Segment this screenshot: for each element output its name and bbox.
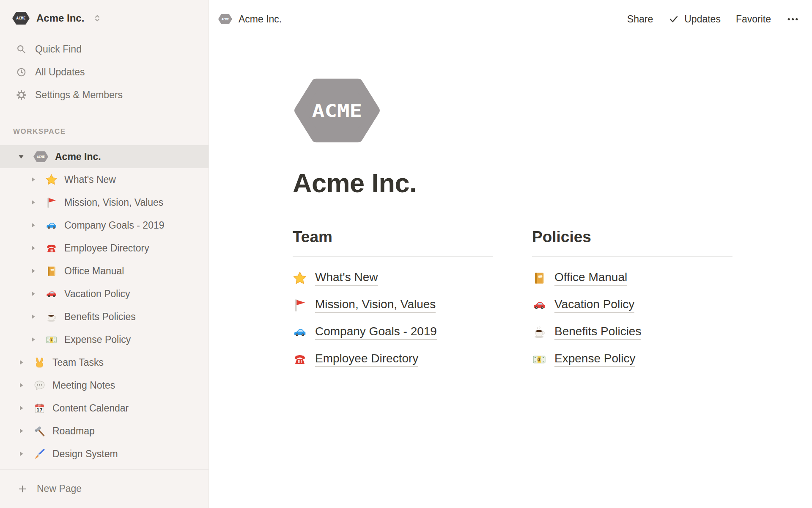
- caret-down-icon[interactable]: [16, 152, 26, 162]
- caret-right-icon[interactable]: [28, 220, 38, 230]
- share-label: Share: [627, 14, 653, 25]
- page-link-benefits-policies: Benefits Policies: [532, 319, 732, 346]
- sidebar-item-quick-find[interactable]: Quick Find: [0, 38, 208, 61]
- plus-icon: [17, 483, 28, 494]
- sidebar-page-benefits-policies[interactable]: Benefits Policies: [0, 305, 208, 328]
- page-link-expense-policy: $ Expense Policy: [532, 346, 732, 373]
- paintbrush-icon: [33, 448, 46, 460]
- caret-right-icon[interactable]: [16, 426, 26, 436]
- acme-badge-icon: ACME: [33, 151, 48, 163]
- sidebar-page-label: Vacation Policy: [64, 288, 130, 300]
- main-area: ACME Acme Inc. ShareUpdatesFavorite ACME…: [209, 0, 812, 508]
- workspace-switch-icon[interactable]: [92, 13, 103, 24]
- page-link-label[interactable]: Mission, Vision, Values: [315, 298, 436, 313]
- sidebar-page-team-tasks[interactable]: Team Tasks: [0, 351, 208, 374]
- sidebar-page-label: Team Tasks: [52, 357, 104, 368]
- sidebar-page-content-calendar[interactable]: JUL17 Content Calendar: [0, 397, 208, 420]
- calendar-icon: JUL17: [33, 402, 46, 414]
- car-red-icon: [532, 298, 546, 312]
- ellipsis-icon: [786, 13, 799, 26]
- workspace-logo-icon: ACME: [12, 11, 30, 25]
- workspace-switcher[interactable]: ACME Acme Inc.: [0, 0, 208, 33]
- caret-right-icon[interactable]: [28, 197, 38, 207]
- page-link-label[interactable]: Company Goals - 2019: [315, 325, 437, 340]
- caret-right-icon[interactable]: [28, 312, 38, 322]
- star-icon: [45, 174, 58, 186]
- breadcrumb-label: Acme Inc.: [239, 14, 282, 25]
- page-logo-icon[interactable]: ACME: [293, 77, 381, 144]
- sidebar-footer: New Page: [0, 469, 208, 508]
- caret-right-icon[interactable]: [16, 403, 26, 413]
- sidebar-page-acme-inc[interactable]: ACME Acme Inc.: [0, 145, 208, 168]
- svg-text:JUL: JUL: [38, 405, 41, 406]
- page-link-label[interactable]: Benefits Policies: [554, 325, 641, 340]
- phone-icon: [45, 242, 58, 254]
- check-icon: [668, 14, 679, 25]
- page-link-company-goals-2019: Company Goals - 2019: [293, 319, 493, 346]
- page-link-what-s-new: What's New: [293, 265, 493, 292]
- section-link-list: What's New Mission, Vision, Values Compa…: [293, 265, 493, 373]
- sidebar-page-employee-directory[interactable]: Employee Directory: [0, 237, 208, 260]
- sidebar-page-tree: ACME Acme Inc. What's New Mission, Visio…: [0, 145, 208, 465]
- sidebar-page-mission-vision-values[interactable]: Mission, Vision, Values: [0, 191, 208, 214]
- new-page-label: New Page: [37, 483, 82, 494]
- sidebar-item-settings-members[interactable]: Settings & Members: [0, 83, 208, 106]
- sidebar-page-roadmap[interactable]: Roadmap: [0, 420, 208, 442]
- section-policies: Policies Office Manual Vacation Policy B…: [532, 228, 732, 373]
- sidebar-page-vacation-policy[interactable]: Vacation Policy: [0, 282, 208, 305]
- coffee-icon: [45, 311, 58, 323]
- updates-button[interactable]: Updates: [668, 14, 721, 25]
- sidebar-page-label: Employee Directory: [64, 243, 149, 254]
- workspace-section-label: WORKSPACE: [0, 127, 208, 136]
- flag-icon: [45, 196, 58, 209]
- sidebar-page-label: Content Calendar: [52, 403, 129, 414]
- page-link-vacation-policy: Vacation Policy: [532, 292, 732, 319]
- search-icon: [16, 44, 27, 55]
- car-blue-icon: [293, 325, 307, 340]
- sidebar-page-label: Expense Policy: [64, 334, 131, 345]
- victory-hand-icon: [33, 356, 46, 369]
- sidebar-item-label: Quick Find: [35, 44, 82, 55]
- sidebar-page-label: What's New: [64, 174, 116, 185]
- page-link-label[interactable]: What's New: [315, 271, 378, 286]
- sidebar-page-label: Benefits Policies: [64, 311, 136, 323]
- favorite-button[interactable]: Favorite: [736, 14, 771, 25]
- caret-right-icon[interactable]: [28, 174, 38, 185]
- page-canvas: ACME Acme Inc. Team What's New Mission, …: [209, 38, 812, 373]
- breadcrumb[interactable]: ACME Acme Inc.: [218, 14, 282, 25]
- updates-label: Updates: [684, 14, 721, 25]
- page-link-employee-directory: Employee Directory: [293, 346, 493, 373]
- svg-text:ACME: ACME: [312, 100, 362, 121]
- svg-text:$: $: [538, 357, 540, 362]
- page-link-label[interactable]: Expense Policy: [554, 352, 635, 367]
- page-link-label[interactable]: Vacation Policy: [554, 298, 634, 313]
- sidebar-page-meeting-notes[interactable]: Meeting Notes: [0, 374, 208, 397]
- ledger-icon: [45, 265, 58, 277]
- more-button[interactable]: [786, 13, 799, 26]
- caret-right-icon[interactable]: [16, 357, 26, 367]
- sidebar-page-design-system[interactable]: Design System: [0, 442, 208, 465]
- caret-right-icon[interactable]: [28, 289, 38, 299]
- page-title: Acme Inc.: [293, 169, 812, 196]
- favorite-label: Favorite: [736, 14, 771, 25]
- sidebar-page-office-manual[interactable]: Office Manual: [0, 260, 208, 282]
- car-blue-icon: [45, 219, 58, 232]
- caret-right-icon[interactable]: [28, 266, 38, 276]
- sidebar-page-what-s-new[interactable]: What's New: [0, 168, 208, 191]
- sidebar-item-all-updates[interactable]: All Updates: [0, 61, 208, 83]
- page-link-label[interactable]: Office Manual: [554, 271, 627, 286]
- sidebar-page-company-goals-2019[interactable]: Company Goals - 2019: [0, 214, 208, 237]
- page-columns: Team What's New Mission, Vision, Values …: [293, 228, 812, 373]
- caret-right-icon[interactable]: [28, 243, 38, 253]
- caret-right-icon[interactable]: [16, 380, 26, 390]
- coffee-icon: [532, 325, 546, 340]
- caret-right-icon[interactable]: [28, 334, 38, 345]
- sidebar-page-expense-policy[interactable]: $ Expense Policy: [0, 328, 208, 351]
- new-page-button[interactable]: New Page: [0, 469, 208, 508]
- caret-right-icon[interactable]: [16, 449, 26, 459]
- sidebar-page-label: Roadmap: [52, 425, 95, 437]
- share-button[interactable]: Share: [627, 14, 653, 25]
- page-link-label[interactable]: Employee Directory: [315, 352, 418, 367]
- flag-icon: [293, 298, 307, 312]
- svg-text:ACME: ACME: [16, 16, 26, 20]
